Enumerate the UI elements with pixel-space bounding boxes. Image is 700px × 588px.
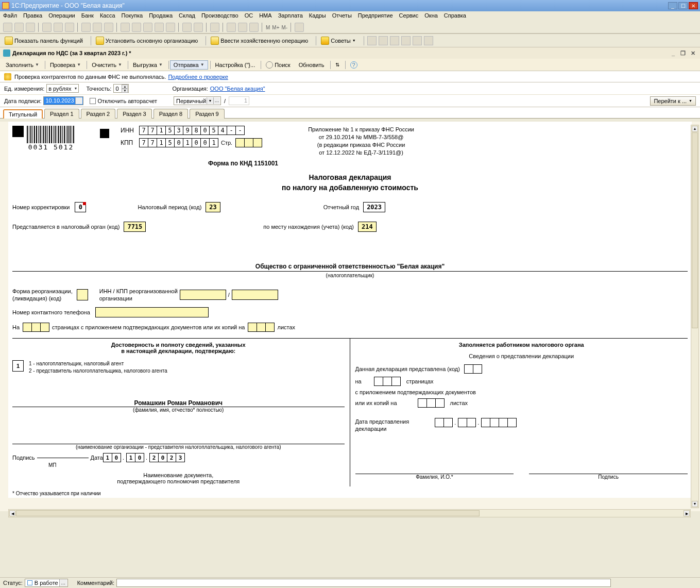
primary-select[interactable]: Первичный ▼ … bbox=[174, 96, 221, 105]
minimize-button[interactable]: _ bbox=[668, 2, 677, 9]
tab-section-1[interactable]: Раздел 1 bbox=[44, 109, 79, 119]
kpp-cell[interactable]: 0 bbox=[200, 138, 210, 147]
redo-icon[interactable] bbox=[104, 23, 113, 32]
ellipsis-icon[interactable]: … bbox=[59, 579, 67, 586]
tab-section-2[interactable]: Раздел 2 bbox=[81, 109, 116, 119]
pages-cell[interactable] bbox=[31, 323, 41, 332]
date-y3[interactable]: 2 bbox=[167, 453, 176, 462]
list-icon[interactable] bbox=[295, 23, 304, 32]
inn-cell[interactable]: 9 bbox=[183, 126, 192, 135]
paste-icon[interactable] bbox=[65, 23, 74, 32]
autocalc-checkbox[interactable] bbox=[90, 98, 96, 104]
tab-section-3[interactable]: Раздел 3 bbox=[117, 109, 152, 119]
menu-sale[interactable]: Продажа bbox=[149, 12, 173, 21]
tab-section-9[interactable]: Раздел 9 bbox=[190, 109, 225, 119]
export-button[interactable]: Выгрузка▼ bbox=[129, 60, 166, 70]
open-icon[interactable] bbox=[14, 23, 24, 32]
date-y4[interactable]: 3 bbox=[176, 453, 185, 462]
operation-button[interactable]: Ввести хозяйственную операцию bbox=[208, 35, 311, 46]
tool2-icon[interactable] bbox=[238, 23, 247, 32]
page-cell[interactable] bbox=[253, 138, 262, 147]
precision-stepper[interactable]: 0 ▲▼ bbox=[113, 84, 129, 93]
search-button[interactable]: Поиск bbox=[262, 60, 294, 70]
menu-file[interactable]: Файл bbox=[3, 12, 17, 21]
sign-date-field[interactable]: 10.10.2023 bbox=[43, 96, 83, 105]
contact-phone-field[interactable] bbox=[95, 307, 209, 317]
kpp-cell[interactable]: 0 bbox=[192, 138, 201, 147]
reorg-inn-field[interactable] bbox=[180, 290, 226, 300]
scroll-left-button[interactable]: ◀ bbox=[9, 510, 15, 516]
menu-windows[interactable]: Окна bbox=[424, 12, 438, 21]
tax-auth-field[interactable]: 7715 bbox=[124, 222, 146, 232]
fill-button[interactable]: Заполнить▼ bbox=[2, 60, 43, 70]
doc-minimize-button[interactable]: _ bbox=[669, 49, 677, 57]
inn-cell[interactable]: 5 bbox=[209, 126, 218, 135]
zoom-icon[interactable] bbox=[143, 23, 152, 32]
scroll-thumb[interactable] bbox=[692, 132, 698, 328]
kpp-cell[interactable]: 7 bbox=[148, 138, 157, 147]
inn-cell[interactable]: 0 bbox=[200, 126, 210, 135]
date-m2[interactable]: 0 bbox=[135, 453, 144, 462]
status-select[interactable]: В работе … bbox=[25, 579, 68, 587]
menu-help[interactable]: Справка bbox=[444, 12, 466, 21]
pages-cell[interactable] bbox=[40, 323, 49, 332]
help-round-button[interactable]: ? bbox=[347, 60, 361, 70]
page-cell[interactable] bbox=[244, 138, 253, 147]
cut-icon[interactable] bbox=[42, 23, 52, 32]
extra-icon-2[interactable] bbox=[379, 36, 388, 45]
set-org-button[interactable]: Установить основную организацию bbox=[93, 35, 201, 46]
date-y1[interactable]: 2 bbox=[149, 453, 159, 462]
tool1-icon[interactable] bbox=[227, 23, 236, 32]
extra-icon-1[interactable] bbox=[367, 36, 377, 45]
reorg-kpp-field[interactable] bbox=[232, 290, 278, 300]
menu-enterprise[interactable]: Предприятие bbox=[358, 12, 393, 21]
calc-icon[interactable] bbox=[182, 23, 192, 32]
check-button[interactable]: Проверка▼ bbox=[46, 60, 84, 70]
menu-production[interactable]: Производство bbox=[201, 12, 238, 21]
doc-close-button[interactable]: ✕ bbox=[689, 49, 697, 57]
find-icon[interactable] bbox=[81, 23, 91, 32]
pages-cell[interactable] bbox=[23, 323, 32, 332]
menu-cash[interactable]: Касса bbox=[100, 12, 115, 21]
tips-button[interactable]: Советы▼ bbox=[318, 35, 358, 46]
menu-salary[interactable]: Зарплата bbox=[278, 12, 303, 21]
chevron-down-icon[interactable]: ▼ bbox=[207, 97, 213, 104]
menu-purchase[interactable]: Покупка bbox=[122, 12, 143, 21]
attach-cell[interactable] bbox=[248, 323, 257, 332]
scroll-down-button[interactable]: ▼ bbox=[692, 501, 698, 507]
inn-cell[interactable]: 7 bbox=[139, 126, 148, 135]
send-button[interactable]: Отправка▼ bbox=[170, 60, 208, 70]
kpp-cell[interactable]: 1 bbox=[157, 138, 166, 147]
date-y2[interactable]: 0 bbox=[158, 453, 167, 462]
inn-cell[interactable]: 3 bbox=[174, 126, 183, 135]
attach-cell[interactable] bbox=[257, 323, 266, 332]
inn-cell[interactable]: 7 bbox=[148, 126, 157, 135]
menu-stock[interactable]: Склад bbox=[179, 12, 195, 21]
inn-cell[interactable]: 5 bbox=[165, 126, 175, 135]
clear-button[interactable]: Очистить▼ bbox=[88, 60, 126, 70]
stepper-up[interactable]: ▲ bbox=[122, 85, 128, 89]
calendar-icon[interactable] bbox=[194, 23, 203, 32]
inn-cell[interactable]: 1 bbox=[157, 126, 166, 135]
extra-icon-6[interactable] bbox=[424, 36, 433, 45]
attach-cell[interactable] bbox=[265, 323, 275, 332]
menu-service[interactable]: Сервис bbox=[399, 12, 419, 21]
maximize-button[interactable]: ☐ bbox=[678, 2, 688, 9]
print-icon[interactable] bbox=[121, 23, 130, 32]
preview-icon[interactable] bbox=[132, 23, 141, 32]
menu-staff[interactable]: Кадры bbox=[309, 12, 326, 21]
comment-field[interactable] bbox=[116, 579, 611, 587]
doc-restore-button[interactable]: ❐ bbox=[679, 49, 687, 57]
place-field[interactable]: 214 bbox=[358, 222, 377, 232]
tool3-icon[interactable] bbox=[249, 23, 259, 32]
save-icon[interactable] bbox=[26, 23, 35, 32]
calendar-icon[interactable] bbox=[75, 97, 82, 104]
copy-icon[interactable] bbox=[54, 23, 63, 32]
inn-cell[interactable]: 8 bbox=[192, 126, 201, 135]
org-link[interactable]: ООО "Белая акация" bbox=[210, 86, 265, 92]
unit-select[interactable]: в рублях bbox=[46, 84, 79, 93]
date-d2[interactable]: 0 bbox=[112, 453, 121, 462]
year-field[interactable]: 2023 bbox=[363, 202, 385, 212]
help-icon[interactable] bbox=[210, 23, 219, 32]
ellipsis-icon[interactable]: … bbox=[213, 97, 220, 104]
